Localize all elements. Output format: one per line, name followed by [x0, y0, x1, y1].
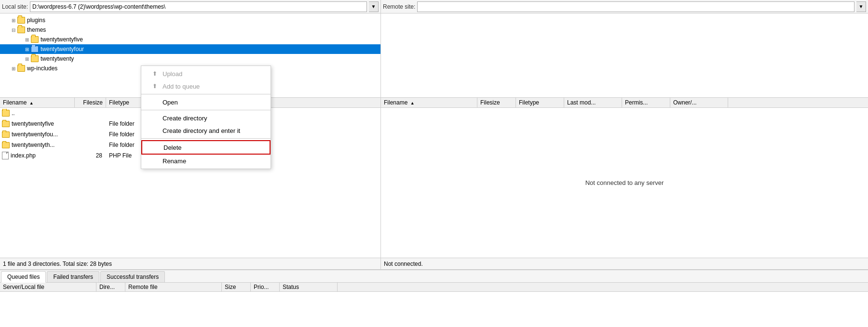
expand-themes[interactable]: ⊟ [10, 26, 17, 34]
tab-queued-files[interactable]: Queued files [1, 271, 46, 283]
queue-tabs: Queued files Failed transfers Successful… [0, 270, 868, 283]
address-bars: Local site: ▼ Remote site: ▼ [0, 0, 868, 13]
tree-item-twentytwenty[interactable]: ⊞ twentytwenty [0, 54, 380, 64]
file-name-cell: .. [0, 109, 75, 118]
local-path-dropdown[interactable]: ▼ [369, 1, 379, 12]
upload-icon: ⬆ [151, 70, 159, 78]
file-name: index.php [11, 152, 36, 159]
tree-item-plugins[interactable]: ⊞ plugins [0, 15, 380, 25]
file-icon-parent [2, 110, 10, 117]
status-bar: 1 file and 3 directories. Total size: 28… [0, 258, 868, 269]
queue-area: Queued files Failed transfers Successful… [0, 269, 868, 327]
remote-file-list-header: Filename ▲ Filesize Filetype Last mod...… [381, 98, 868, 108]
file-name: twentytwentyth... [12, 142, 54, 148]
remote-bar: Remote site: ▼ [381, 0, 868, 13]
folder-icon-twentytwentyfive [31, 36, 39, 43]
file-name: .. [12, 110, 15, 117]
tree-label-plugins: plugins [27, 17, 45, 24]
queue-header-status: Status [280, 283, 338, 291]
create-dir-enter-icon [151, 127, 159, 134]
local-bar: Local site: ▼ [0, 0, 381, 13]
context-menu: ⬆ Upload ⬆ Add to queue Open Create dire… [141, 65, 271, 169]
file-name-cell: twentytwentyfou... [0, 130, 75, 139]
queue-header: Server/Local file Dire... Remote file Si… [0, 283, 868, 292]
add-queue-icon: ⬆ [151, 82, 159, 90]
remote-path-dropdown[interactable]: ▼ [856, 1, 866, 12]
file-name-cell: twentytwentyfive [0, 119, 75, 128]
context-menu-delete[interactable]: Delete [141, 140, 271, 155]
file-size [75, 112, 106, 114]
context-menu-add-to-queue-label: Add to queue [163, 83, 200, 90]
remote-header-filetype[interactable]: Filetype [516, 98, 564, 107]
queue-header-server: Server/Local file [0, 283, 96, 291]
tree-label-twentytwentyfive: twentytwentyfive [41, 36, 83, 43]
tree-item-themes[interactable]: ⊟ themes [0, 25, 380, 35]
tree-item-twentytwentyfour[interactable]: ⊞ twentytwentyfour [0, 44, 380, 54]
remote-header-filesize[interactable]: Filesize [477, 98, 516, 107]
remote-site-label: Remote site: [383, 3, 415, 10]
folder-icon-twentytwenty [31, 55, 39, 62]
tree-item-twentytwentyfive[interactable]: ⊞ twentytwentyfive [0, 35, 380, 44]
folder-icon-themes [17, 26, 25, 33]
expand-twentytwenty[interactable]: ⊞ [23, 55, 31, 63]
remote-sort-arrow: ▲ [410, 101, 415, 105]
content-area: ⊞ plugins ⊟ themes ⊞ twentytwentyfive [0, 13, 868, 258]
tree-label-themes: themes [27, 26, 46, 33]
sort-arrow-filename: ▲ [29, 101, 34, 105]
left-panel: ⊞ plugins ⊟ themes ⊞ twentytwentyfive [0, 13, 381, 258]
header-filesize[interactable]: Filesize [75, 98, 106, 107]
context-menu-upload[interactable]: ⬆ Upload [141, 67, 271, 80]
queue-header-size: Size [222, 283, 251, 291]
folder-icon-twentytwentyfour [31, 46, 39, 52]
not-connected-message: Not connected to any server [381, 108, 868, 258]
file-size [75, 123, 106, 125]
local-path-input[interactable] [30, 1, 367, 12]
rename-icon [151, 157, 159, 165]
tree-label-wp-includes: wp-includes [27, 65, 57, 72]
remote-status: Not connected. [381, 258, 868, 269]
expand-wp-includes[interactable]: ⊞ [10, 65, 17, 72]
context-menu-divider-2 [141, 110, 271, 110]
file-name: twentytwentyfive [12, 120, 54, 127]
tab-successful-transfers[interactable]: Successful transfers [100, 271, 165, 282]
file-icon [2, 152, 9, 159]
context-menu-upload-label: Upload [163, 70, 182, 78]
local-status: 1 file and 3 directories. Total size: 28… [0, 258, 381, 269]
local-site-label: Local site: [2, 3, 28, 10]
context-menu-rename[interactable]: Rename [141, 155, 271, 167]
header-filename[interactable]: Filename ▲ [0, 98, 75, 107]
queue-header-prio: Prio... [251, 283, 280, 291]
context-menu-rename-label: Rename [163, 157, 186, 165]
context-menu-divider-3 [141, 138, 271, 139]
context-menu-create-dir-enter[interactable]: Create directory and enter it [141, 124, 271, 137]
tree-label-twentytwentyfour: twentytwentyfour [41, 46, 84, 52]
remote-file-list[interactable]: Filename ▲ Filesize Filetype Last mod...… [381, 98, 868, 258]
main-container: Local site: ▼ Remote site: ▼ ⊞ plugins [0, 0, 868, 327]
file-size [75, 133, 106, 135]
remote-header-filename[interactable]: Filename ▲ [381, 98, 477, 107]
context-menu-create-dir[interactable]: Create directory [141, 112, 271, 124]
context-menu-open-label: Open [163, 99, 178, 106]
open-icon [151, 98, 159, 106]
folder-icon-plugins [17, 17, 25, 24]
expand-twentytwentyfive[interactable]: ⊞ [23, 36, 31, 43]
context-menu-delete-label: Delete [163, 144, 182, 151]
queue-header-dir: Dire... [96, 283, 125, 291]
folder-icon [2, 131, 10, 138]
context-menu-add-to-queue[interactable]: ⬆ Add to queue [141, 80, 271, 92]
queue-header-remote: Remote file [125, 283, 222, 291]
tab-failed-transfers[interactable]: Failed transfers [47, 271, 99, 282]
remote-tree[interactable] [381, 13, 868, 98]
folder-icon [2, 121, 10, 127]
expand-plugins[interactable]: ⊞ [10, 16, 17, 24]
file-name: twentytwentyfou... [12, 131, 58, 138]
remote-header-perms[interactable]: Permis... [622, 98, 670, 107]
context-menu-create-dir-label: Create directory [163, 115, 207, 122]
delete-icon [152, 144, 160, 151]
context-menu-open[interactable]: Open [141, 96, 271, 108]
remote-header-owner[interactable]: Owner/... [670, 98, 728, 107]
remote-header-lastmod[interactable]: Last mod... [564, 98, 622, 107]
folder-icon-wp-includes [17, 65, 25, 72]
expand-twentytwentyfour[interactable]: ⊞ [23, 45, 31, 53]
remote-path-input[interactable] [417, 1, 854, 12]
